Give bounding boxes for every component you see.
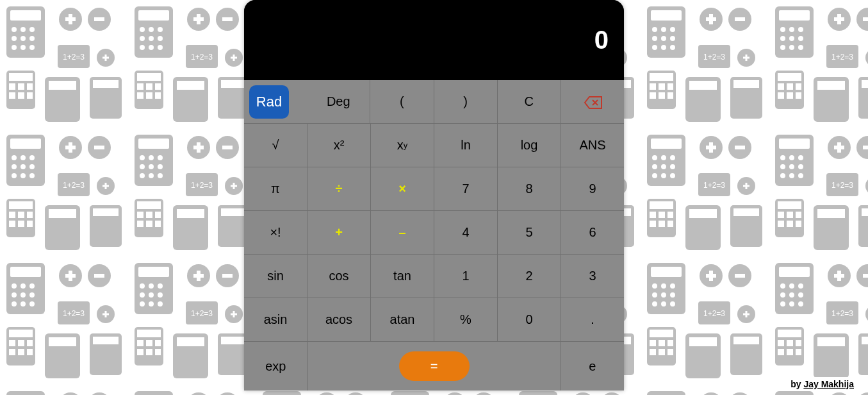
square-button[interactable]: x² (307, 124, 371, 167)
acos-button[interactable]: acos (307, 298, 371, 341)
subtract-button[interactable]: – (371, 211, 434, 254)
sin-button[interactable]: sin (244, 255, 307, 298)
digit-9-button[interactable]: 9 (561, 167, 624, 210)
asin-button[interactable]: asin (244, 298, 307, 341)
backspace-icon (584, 96, 602, 108)
digit-2-button[interactable]: 2 (498, 255, 561, 298)
equals-wrap: = (308, 342, 561, 391)
power-button[interactable]: xy (371, 124, 434, 167)
digit-8-button[interactable]: 8 (498, 167, 561, 210)
button-grid: Rad Deg ( ) C √ x² xy ln lo (244, 80, 624, 391)
display-value: 0 (594, 26, 609, 55)
credit-label: by Jay Makhija (785, 377, 859, 391)
row-5: sin cos tan 1 2 3 (244, 255, 624, 298)
digit-5-button[interactable]: 5 (498, 211, 561, 254)
digit-3-button[interactable]: 3 (561, 255, 624, 298)
right-paren-button[interactable]: ) (434, 80, 498, 123)
cos-button[interactable]: cos (307, 255, 371, 298)
digit-0-button[interactable]: 0 (498, 298, 561, 341)
divide-button[interactable]: ÷ (307, 167, 371, 210)
ln-button[interactable]: ln (434, 124, 498, 167)
digit-6-button[interactable]: 6 (561, 211, 624, 254)
equals-button[interactable]: = (399, 351, 470, 381)
credit-link[interactable]: Jay Makhija (803, 379, 854, 389)
left-paren-button[interactable]: ( (370, 80, 434, 123)
add-button[interactable]: + (307, 211, 371, 254)
percent-button[interactable]: % (434, 298, 498, 341)
radians-button[interactable]: Rad (249, 85, 289, 119)
digit-1-button[interactable]: 1 (434, 255, 498, 298)
clear-button[interactable]: C (498, 80, 561, 123)
factorial-button[interactable]: ×! (244, 211, 307, 254)
digit-4-button[interactable]: 4 (434, 211, 498, 254)
log-button[interactable]: log (498, 124, 561, 167)
calculator-display: 0 (244, 0, 624, 80)
row-4: ×! + – 4 5 6 (244, 211, 624, 255)
pi-button[interactable]: π (244, 167, 307, 210)
backspace-button[interactable] (561, 80, 624, 123)
row-1: Rad Deg ( ) C (244, 80, 624, 124)
multiply-button[interactable]: × (371, 167, 434, 210)
e-button[interactable]: e (561, 342, 625, 391)
tan-button[interactable]: tan (371, 255, 434, 298)
exp-button[interactable]: exp (244, 342, 308, 391)
row-2: √ x² xy ln log ANS (244, 124, 624, 167)
calculator-app: 0 Rad Deg ( ) C √ x² (244, 0, 624, 391)
atan-button[interactable]: atan (371, 298, 434, 341)
decimal-button[interactable]: . (561, 298, 624, 341)
row-3: π ÷ × 7 8 9 (244, 167, 624, 211)
ans-button[interactable]: ANS (561, 124, 624, 167)
digit-7-button[interactable]: 7 (434, 167, 498, 210)
sqrt-button[interactable]: √ (244, 124, 307, 167)
degrees-button[interactable]: Deg (307, 80, 370, 123)
row-6: asin acos atan % 0 . (244, 298, 624, 342)
row-7: exp = e (244, 342, 624, 391)
